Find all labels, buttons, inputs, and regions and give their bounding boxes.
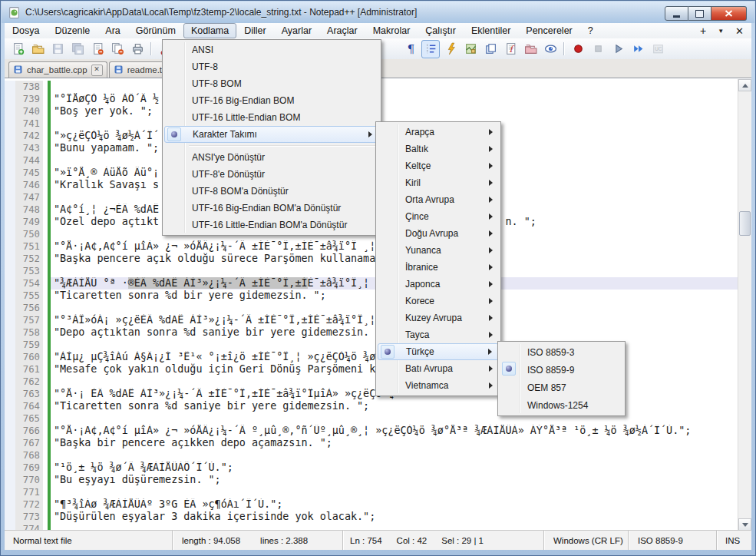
tab-close-icon[interactable]: ✕: [91, 65, 103, 76]
bookmark-margin[interactable]: [5, 511, 15, 523]
menubar-item-ara-lar[interactable]: Araçlar: [319, 23, 365, 38]
bookmark-margin[interactable]: [5, 265, 15, 277]
editor-line[interactable]: 763"°Å·¡ ÈÄ %dÃÊ ÀÌ³»¿¡¼-´Â ±ÍÈ¯°Î,±ÍÈ¯±…: [5, 388, 738, 400]
vertical-scrollbar[interactable]: [738, 79, 751, 531]
menu-item-utf-16-little-endian-bom-a-d-n-t-r[interactable]: UTF-16 Little-Endian BOM'a Dönüştür: [164, 217, 379, 233]
editor-line[interactable]: 761"Mesafe çok yakın olduğu için Geri Dö…: [5, 363, 738, 376]
menu-item-kelt-e[interactable]: Keltçe: [378, 157, 499, 174]
doc-map-icon[interactable]: [461, 40, 480, 58]
open-folder-icon[interactable]: [28, 40, 47, 58]
bookmark-margin[interactable]: [5, 376, 15, 388]
menu-item-utf-16-big-endian-bom[interactable]: UTF-16 Big-Endian BOM: [164, 92, 379, 109]
menu-item-kiril[interactable]: Kiril: [378, 174, 499, 191]
menubar-item-g-r-n-m[interactable]: Görünüm: [128, 23, 183, 38]
tab-char-battle-cpp[interactable]: char_battle.cpp✕: [8, 61, 107, 78]
editor-line[interactable]: 752"Başka pencere açık olduğu sürece Par…: [5, 253, 738, 265]
editor-line[interactable]: 753: [5, 265, 738, 277]
monitoring-icon[interactable]: [541, 40, 560, 58]
menu-item-korece[interactable]: Korece: [378, 293, 499, 309]
editor-line[interactable]: 768: [5, 449, 738, 462]
close-file-icon[interactable]: [88, 40, 107, 58]
bookmark-margin[interactable]: [5, 425, 15, 437]
editor-line[interactable]: 760"ÀÌµ¿ µÇ¾îÁú À§Ä¡¿Í ³Ê¹« °¡±î¿ö ±ÍÈ¯°…: [5, 351, 738, 363]
bookmark-margin[interactable]: [5, 277, 15, 290]
editor-line[interactable]: 756: [5, 302, 738, 314]
menubar-item-eklentiler[interactable]: Eklentiler: [464, 23, 518, 38]
editor-line[interactable]: 767"Başka bir pencere açıkken depo açama…: [5, 437, 738, 449]
bookmark-margin[interactable]: [5, 437, 15, 449]
editor-line[interactable]: 759: [5, 339, 738, 351]
close-button[interactable]: [711, 6, 747, 21]
folder-workspace-icon[interactable]: [521, 40, 540, 58]
bookmark-margin[interactable]: [5, 154, 15, 167]
menu-item-utf-8-bom[interactable]: UTF-8 BOM: [164, 75, 379, 92]
menu-item-do-u-avrupa[interactable]: Doğu Avrupa: [378, 225, 499, 242]
tab-list-button[interactable]: ▼: [718, 28, 724, 35]
editor-line[interactable]: 754"¾ÆÀÌÅÛ °ª ·®ÈÄ %dÃÊ ÀÌ³»¿¡¼-´Â ±ÍÈ¯°…: [5, 277, 738, 290]
menubar-item--[interactable]: ?: [580, 23, 601, 38]
bookmark-margin[interactable]: [5, 228, 15, 240]
menu-item-yunanca[interactable]: Yunanca: [378, 242, 499, 259]
bookmark-margin[interactable]: [5, 130, 15, 142]
menu-item-oem-857[interactable]: OEM 857: [500, 379, 623, 396]
menu-item-arap-a[interactable]: Arapça: [378, 124, 499, 141]
editor-line[interactable]: 773"Düşürülen eşyalar 3 dakika içerisind…: [5, 511, 738, 523]
menu-item-karakter-tak-m-[interactable]: Karakter Takımı: [164, 126, 379, 143]
menu-item-t-rk-e[interactable]: Türkçe: [378, 343, 499, 360]
menu-item-ansi[interactable]: ANSI: [164, 41, 379, 58]
menubar-item-kodlama[interactable]: Kodlama: [183, 23, 236, 38]
macro-record-icon[interactable]: [569, 40, 587, 58]
editor-line[interactable]: 764"Ticaretten sonra %d saniye bir yere …: [5, 400, 738, 412]
menu-item-i-branice[interactable]: İbranice: [378, 259, 499, 276]
close-tab-button[interactable]: ✕: [735, 25, 744, 37]
editor-line[interactable]: 765: [5, 412, 738, 425]
bookmark-margin[interactable]: [5, 105, 15, 117]
user-define-icon[interactable]: [441, 40, 460, 58]
macro-run-multi-icon[interactable]: [629, 40, 647, 58]
bookmark-margin[interactable]: [5, 339, 15, 351]
minimize-button[interactable]: [665, 6, 688, 21]
menu-item-tayca[interactable]: Tayca: [378, 326, 499, 343]
bookmark-margin[interactable]: [5, 167, 15, 179]
bookmark-margin[interactable]: [5, 326, 15, 339]
bookmark-margin[interactable]: [5, 462, 15, 474]
scroll-thumb[interactable]: [739, 211, 751, 236]
maximize-button[interactable]: [688, 6, 711, 21]
editor-line[interactable]: 771: [5, 486, 738, 498]
editor-line[interactable]: 772"¶³¾îÁø ¾ÆÀÌÅÛÀº 3ºĞ ÈÄ »ç¶óÁı´Ï´Ù.";: [5, 498, 738, 511]
editor-line[interactable]: 757"°³ÀÎ»óÁ¡ »ç¿ëÈÄ %dÃÊ ÀÌ³»¿¡¼-´Â ±ÍÈ¯…: [5, 314, 738, 326]
new-file-icon[interactable]: [8, 40, 27, 58]
menu-item-bat-avrupa[interactable]: Batı Avrupa: [378, 360, 499, 377]
titlebar[interactable]: C:\Users\cagricakir\AppData\Local\Temp\f…: [2, 2, 754, 23]
menu-item-utf-8[interactable]: UTF-8: [164, 58, 379, 75]
bookmark-margin[interactable]: [5, 486, 15, 498]
bookmark-margin[interactable]: [5, 191, 15, 204]
bookmark-margin[interactable]: [5, 93, 15, 105]
bookmark-margin[interactable]: [5, 117, 15, 130]
editor-line[interactable]: 770"Bu eşyayı düşüremezsin. ";: [5, 474, 738, 486]
menu-item-vietnamca[interactable]: Vietnamca: [378, 377, 499, 394]
bookmark-margin[interactable]: [5, 400, 15, 412]
menu-item-utf-8-e-d-n-t-r[interactable]: UTF-8'e Dönüştür: [164, 166, 379, 183]
menubar-item-ayarlar[interactable]: Ayarlar: [274, 23, 319, 38]
new-tab-button[interactable]: +: [700, 25, 706, 37]
bookmark-margin[interactable]: [5, 204, 15, 216]
bookmark-margin[interactable]: [5, 302, 15, 314]
editor-line[interactable]: 758"Depo açtıktan sonra %d saniye bir ye…: [5, 326, 738, 339]
bookmark-margin[interactable]: [5, 216, 15, 228]
close-all-icon[interactable]: [108, 40, 127, 58]
bookmark-margin[interactable]: [5, 351, 15, 363]
status-encoding[interactable]: ISO 8859-9: [628, 531, 716, 550]
menu-item-ansi-ye-d-n-t-r[interactable]: ANSI'ye Dönüştür: [164, 149, 379, 166]
menubar-item-ara[interactable]: Ara: [97, 23, 127, 38]
bookmark-margin[interactable]: [5, 388, 15, 400]
bookmark-margin[interactable]: [5, 474, 15, 486]
menubar-item-pencereler[interactable]: Pencereler: [518, 23, 579, 38]
menu-item-iso-8859-3[interactable]: ISO 8859-3: [500, 343, 623, 361]
show-all-chars-icon[interactable]: ¶: [401, 40, 420, 58]
menu-item-iso-8859-9[interactable]: ISO 8859-9: [500, 361, 623, 379]
menu-item-balt-k[interactable]: Baltık: [378, 141, 499, 157]
bookmark-margin[interactable]: [5, 449, 15, 462]
menu-item-utf-16-big-endian-bom-a-d-n-t-r[interactable]: UTF-16 Big-Endian BOM'a Dönüştür: [164, 200, 379, 217]
menu-item-windows-1254[interactable]: Windows-1254: [500, 396, 623, 414]
